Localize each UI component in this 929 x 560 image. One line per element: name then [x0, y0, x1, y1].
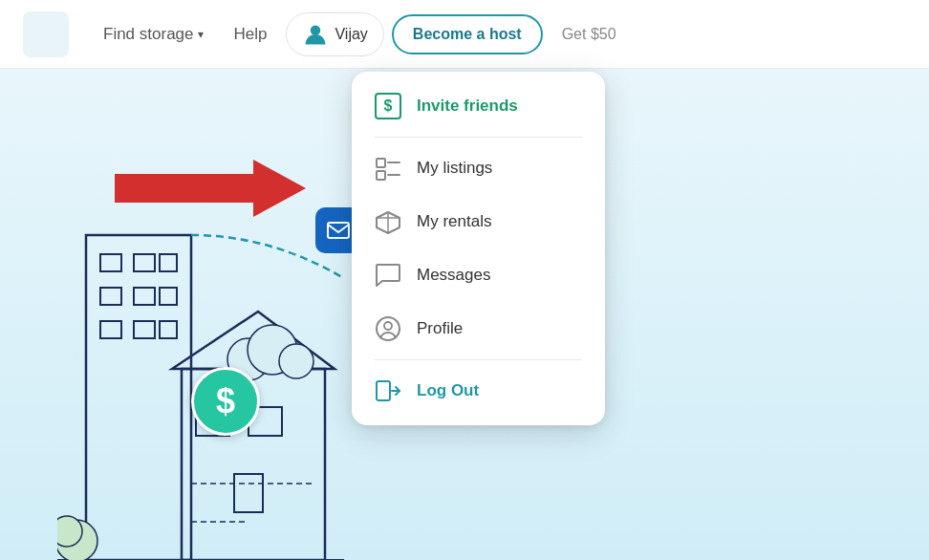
- svg-rect-28: [377, 171, 385, 180]
- rentals-icon: [375, 208, 401, 235]
- svg-point-34: [384, 322, 392, 330]
- profile-icon: [375, 315, 401, 342]
- svg-rect-17: [234, 474, 263, 512]
- svg-rect-35: [377, 381, 390, 400]
- my-rentals-label: My rentals: [417, 212, 491, 231]
- svg-rect-2: [328, 223, 349, 238]
- svg-rect-9: [160, 288, 177, 305]
- svg-rect-3: [86, 235, 191, 560]
- divider-after-invite: [375, 137, 582, 138]
- invite-icon: $: [375, 93, 401, 119]
- svg-point-23: [279, 344, 313, 378]
- help-label: Help: [234, 25, 268, 43]
- logo: [23, 11, 69, 57]
- user-menu-trigger[interactable]: Vijay: [286, 12, 383, 56]
- svg-rect-12: [160, 321, 177, 338]
- menu-item-logout[interactable]: Log Out: [352, 364, 605, 418]
- svg-point-33: [377, 317, 400, 340]
- building-illustration: [57, 159, 344, 560]
- become-host-label: Become a host: [413, 26, 522, 42]
- messages-icon: [375, 262, 401, 289]
- svg-rect-26: [377, 159, 385, 167]
- svg-point-0: [311, 25, 321, 35]
- profile-label: Profile: [417, 319, 463, 338]
- menu-item-profile[interactable]: Profile: [352, 302, 605, 355]
- svg-rect-4: [100, 254, 121, 271]
- nav-items: Find storage ▾ Help Vijay Become a host …: [92, 12, 906, 56]
- user-person-icon: [302, 21, 329, 48]
- svg-rect-7: [100, 288, 121, 305]
- help-nav[interactable]: Help: [223, 17, 279, 52]
- get-50-button[interactable]: Get $50: [551, 18, 628, 51]
- svg-marker-1: [115, 160, 306, 217]
- find-storage-label: Find storage: [103, 25, 194, 44]
- svg-point-25: [57, 516, 82, 547]
- menu-item-messages[interactable]: Messages: [352, 248, 605, 302]
- svg-rect-8: [134, 288, 155, 305]
- menu-item-invite-friends[interactable]: $ Invite friends: [352, 79, 605, 133]
- logout-icon: [375, 377, 401, 404]
- divider-after-profile: [375, 359, 582, 360]
- find-storage-nav[interactable]: Find storage ▾: [92, 17, 215, 52]
- svg-rect-11: [134, 321, 155, 338]
- listings-icon: [375, 155, 401, 182]
- messages-label: Messages: [417, 266, 490, 285]
- red-arrow-icon: [115, 160, 306, 217]
- user-name-label: Vijay: [335, 26, 367, 43]
- svg-rect-10: [100, 321, 121, 338]
- envelope-icon: [325, 217, 352, 244]
- menu-item-my-listings[interactable]: My listings: [352, 141, 605, 195]
- header: Find storage ▾ Help Vijay Become a host …: [0, 0, 929, 69]
- chevron-down-icon: ▾: [198, 28, 204, 41]
- svg-rect-5: [134, 254, 155, 271]
- dollar-sign: $: [216, 381, 235, 421]
- invite-friends-label: Invite friends: [417, 97, 518, 116]
- user-dropdown-menu: $ Invite friends My listings My rentals: [352, 72, 605, 425]
- svg-rect-6: [160, 254, 177, 271]
- my-listings-label: My listings: [417, 159, 492, 178]
- become-host-button[interactable]: Become a host: [392, 14, 543, 54]
- dollar-circle: $: [191, 367, 260, 436]
- get-50-label: Get $50: [562, 26, 616, 42]
- menu-item-my-rentals[interactable]: My rentals: [352, 195, 605, 248]
- logout-label: Log Out: [417, 381, 479, 400]
